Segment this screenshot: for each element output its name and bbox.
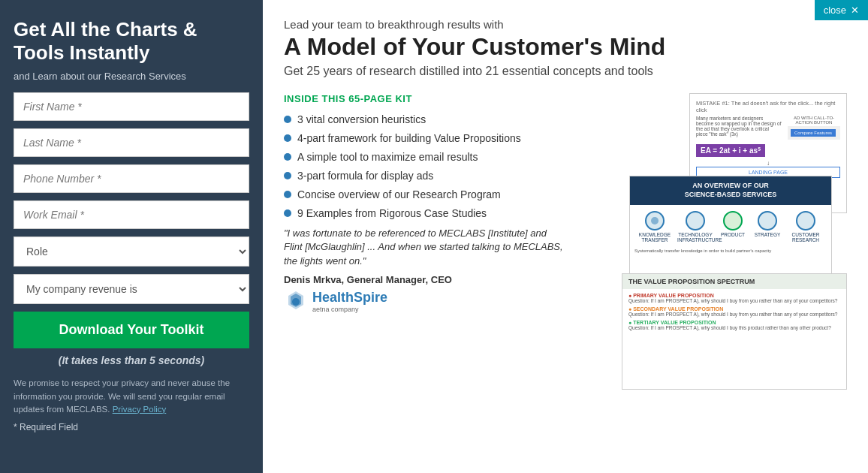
revenue-select[interactable]: My company revenue is Under $1M $1M - $1… [14,274,249,304]
download-button[interactable]: Download Your Toolkit [14,312,249,348]
right-panel: Lead your team to breakthrough results w… [263,0,868,473]
company-logo: HealthSpire aetna company [284,290,565,314]
subheadline: Get 25 years of research distilled into … [284,65,847,78]
content-area: INSIDE THIS 65-PAGE KIT 3 vital conversi… [284,93,847,378]
bullet-dot-icon [284,134,291,142]
svg-point-3 [651,217,659,224]
role-select[interactable]: Role CEO/President VP/Director Manager O… [14,236,249,267]
doc-card-3: THE VALUE PROPOSITION SPECTRUM ● PRIMARY… [622,273,847,390]
bullet-dot-icon [284,172,291,179]
email-field[interactable] [14,200,249,229]
phone-field[interactable] [14,164,249,193]
first-name-field[interactable] [14,92,249,121]
quote-section: "I was fortunate to be referenced to MEC… [284,227,565,314]
bullet-section: INSIDE THIS 65-PAGE KIT 3 vital conversi… [284,93,565,378]
document-previews: MISTAKE #1: The ad doesn't ask for the c… [577,93,847,378]
list-item: A simple tool to maximize email results [284,151,565,163]
bullet-dot-icon [284,153,291,161]
bullet-dot-icon [284,191,291,198]
privacy-note: We promise to respect your privacy and n… [14,377,249,416]
logo-sub: aetna company [312,306,387,313]
close-button[interactable]: close ✕ [815,0,868,20]
list-item: Concise overview of our Research Program [284,188,565,200]
logo-name: HealthSpire [312,290,387,306]
lead-text: Lead your team to breakthrough results w… [284,18,847,31]
time-note: (It takes less than 5 seconds) [14,354,249,366]
list-item: 3-part formula for display ads [284,170,565,182]
last-name-field[interactable] [14,128,249,157]
privacy-policy-link[interactable]: Privacy Policy [113,405,167,414]
close-label: close [824,5,846,16]
list-item: 4-part framework for building Value Prop… [284,132,565,144]
inside-kit-label: INSIDE THIS 65-PAGE KIT [284,93,565,104]
required-note: * Required Field [14,422,249,432]
svg-point-2 [292,298,300,306]
left-panel: Get All the Charts & Tools Instantly and… [0,0,263,473]
healthspire-logo-icon [284,290,308,314]
quote-text: "I was fortunate to be referenced to MEC… [284,227,565,268]
main-headline: A Model of Your Customer's Mind [284,34,847,60]
list-item: 9 Examples from Rigorous Case Studies [284,207,565,219]
left-heading: Get All the Charts & Tools Instantly [14,18,249,65]
bullet-dot-icon [284,116,291,123]
list-item: 3 vital conversion heuristics [284,113,565,125]
close-icon: ✕ [851,5,859,16]
bullet-dot-icon [284,209,291,217]
left-subtitle: and Learn about our Research Services [14,71,249,82]
quote-author: Denis Mrkva, General Manager, CEO [284,274,565,285]
